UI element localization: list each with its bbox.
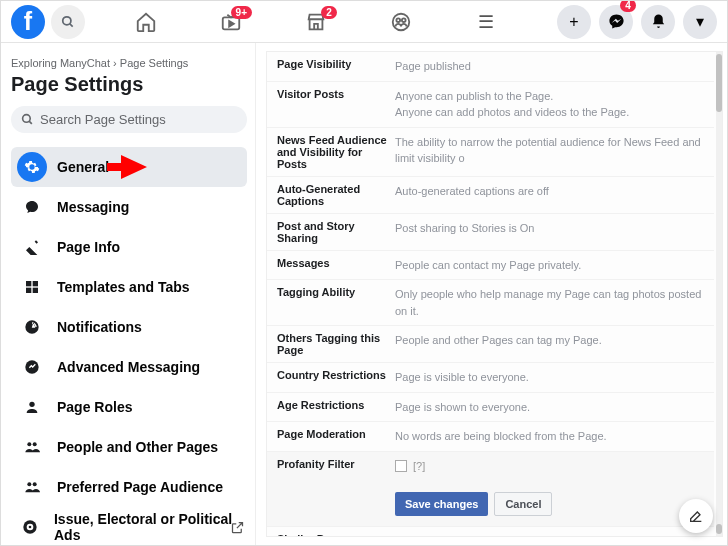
compose-icon — [688, 508, 704, 524]
messaging-icon — [17, 192, 47, 222]
sidebar-search[interactable]: Search Page Settings — [11, 106, 247, 133]
sidebar-item-label: Notifications — [57, 319, 142, 335]
home-icon — [135, 11, 157, 33]
row-value: The ability to narrow the potential audi… — [395, 134, 704, 167]
row-value: Auto-generated captions are off — [395, 183, 704, 200]
row-label: Post and Story Sharing — [277, 220, 395, 244]
row-value: No words are being blocked from the Page… — [395, 428, 704, 445]
svg-point-5 — [402, 18, 406, 22]
issue-electoral-or-political-ads-icon — [17, 512, 44, 542]
sidebar-item-page-info[interactable]: Page Info — [11, 227, 247, 267]
create-button[interactable]: + — [557, 5, 591, 39]
svg-point-14 — [27, 442, 31, 446]
svg-line-7 — [29, 121, 32, 124]
row-label: Similar Page Suggestions — [277, 533, 395, 537]
svg-point-16 — [27, 482, 31, 486]
settings-row[interactable]: Tagging AbilityOnly people who help mana… — [267, 280, 714, 326]
caret-down-icon: ▾ — [696, 12, 704, 31]
compose-fab[interactable] — [679, 499, 713, 533]
svg-rect-11 — [33, 288, 38, 293]
sidebar-item-preferred-page-audience[interactable]: Preferred Page Audience — [11, 467, 247, 507]
sidebar-item-label: Page Roles — [57, 399, 132, 415]
profanity-checkbox[interactable] — [395, 460, 407, 472]
row-value: Page is shown to everyone. — [395, 399, 704, 416]
search-placeholder: Search Page Settings — [40, 112, 166, 127]
settings-row[interactable]: Others Tagging this PagePeople and other… — [267, 326, 714, 363]
row-label: News Feed Audience and Visibility for Po… — [277, 134, 395, 170]
sidebar-item-templates-and-tabs[interactable]: Templates and Tabs — [11, 267, 247, 307]
page-info-icon — [17, 232, 47, 262]
svg-point-6 — [23, 115, 31, 123]
groups-nav[interactable] — [376, 11, 426, 33]
people-and-other-pages-icon — [17, 432, 47, 462]
svg-rect-10 — [26, 288, 31, 293]
menu-nav[interactable]: ☰ — [461, 11, 511, 33]
top-search-button[interactable] — [51, 5, 85, 39]
settings-row[interactable]: Page VisibilityPage published — [267, 52, 714, 82]
notifications-button[interactable] — [641, 5, 675, 39]
svg-line-1 — [70, 23, 73, 26]
settings-row[interactable]: Age RestrictionsPage is shown to everyon… — [267, 393, 714, 423]
fb-logo[interactable]: f — [11, 5, 45, 39]
sidebar-item-label: Preferred Page Audience — [57, 479, 223, 495]
row-label: Page Visibility — [277, 58, 395, 70]
scrollbar[interactable] — [716, 52, 722, 536]
settings-row[interactable]: MessagesPeople can contact my Page priva… — [267, 251, 714, 281]
row-label: Messages — [277, 257, 395, 269]
breadcrumb[interactable]: Exploring ManyChat › Page Settings — [11, 57, 247, 69]
sidebar-item-people-and-other-pages[interactable]: People and Other Pages — [11, 427, 247, 467]
external-link-button[interactable] — [230, 520, 245, 539]
row-value: Only people who help manage my Page can … — [395, 286, 704, 319]
settings-row[interactable]: Country RestrictionsPage is visible to e… — [267, 363, 714, 393]
cancel-button[interactable]: Cancel — [494, 492, 552, 516]
sidebar: Exploring ManyChat › Page Settings Page … — [1, 43, 256, 545]
plus-icon: + — [569, 13, 578, 31]
content-area: Page VisibilityPage publishedVisitor Pos… — [256, 43, 727, 545]
settings-row[interactable]: Visitor PostsAnyone can publish to the P… — [267, 82, 714, 128]
row-value: People and other Pages can tag my Page. — [395, 332, 704, 349]
sidebar-item-general[interactable]: General — [11, 147, 247, 187]
sidebar-item-label: Messaging — [57, 199, 129, 215]
row-label: Others Tagging this Page — [277, 332, 395, 356]
settings-row[interactable]: Profanity Filter[?]Save changesCancel — [267, 452, 714, 528]
notifications-icon — [17, 312, 47, 342]
sidebar-item-page-roles[interactable]: Page Roles — [11, 387, 247, 427]
settings-row[interactable]: Page ModerationNo words are being blocke… — [267, 422, 714, 452]
templates-and-tabs-icon — [17, 272, 47, 302]
sidebar-item-notifications[interactable]: Notifications — [11, 307, 247, 347]
advanced-messaging-icon — [17, 352, 47, 382]
settings-row[interactable]: Post and Story SharingPost sharing to St… — [267, 214, 714, 251]
account-dropdown[interactable]: ▾ — [683, 5, 717, 39]
search-icon — [21, 113, 34, 126]
save-button[interactable]: Save changes — [395, 492, 488, 516]
settings-row[interactable]: News Feed Audience and Visibility for Po… — [267, 128, 714, 177]
hamburger-icon: ☰ — [478, 11, 494, 33]
row-value: Page is visible to everyone. — [395, 369, 704, 386]
sidebar-item-messaging[interactable]: Messaging — [11, 187, 247, 227]
home-nav[interactable] — [121, 11, 171, 33]
sidebar-item-advanced-messaging[interactable]: Advanced Messaging — [11, 347, 247, 387]
general-icon — [17, 152, 47, 182]
sidebar-item-label: Templates and Tabs — [57, 279, 190, 295]
top-nav: f 9+ 2 ☰ + 4 ▾ — [1, 1, 727, 43]
watch-badge: 9+ — [231, 6, 252, 19]
sidebar-item-label: General — [57, 159, 109, 175]
pointer-arrow-icon — [107, 155, 147, 179]
sidebar-item-label: Advanced Messaging — [57, 359, 200, 375]
settings-row[interactable]: Similar Page SuggestionsChoose whether y… — [267, 527, 714, 537]
watch-nav[interactable]: 9+ — [206, 11, 256, 33]
row-label: Country Restrictions — [277, 369, 395, 381]
hint-text: [?] — [413, 458, 425, 475]
page-title: Page Settings — [11, 73, 247, 96]
settings-row[interactable]: Auto-Generated CaptionsAuto-generated ca… — [267, 177, 714, 214]
row-value: Choose whether your Page is recommended … — [395, 533, 704, 537]
messenger-icon — [608, 13, 625, 30]
external-link-icon — [230, 520, 245, 535]
svg-point-17 — [33, 482, 37, 486]
messenger-button[interactable]: 4 — [599, 5, 633, 39]
marketplace-nav[interactable]: 2 — [291, 11, 341, 33]
page-roles-icon — [17, 392, 47, 422]
svg-point-4 — [396, 18, 400, 22]
svg-rect-9 — [33, 281, 38, 286]
sidebar-item-issue-electoral-or-political-ads[interactable]: Issue, Electoral or Political Ads — [11, 507, 247, 546]
